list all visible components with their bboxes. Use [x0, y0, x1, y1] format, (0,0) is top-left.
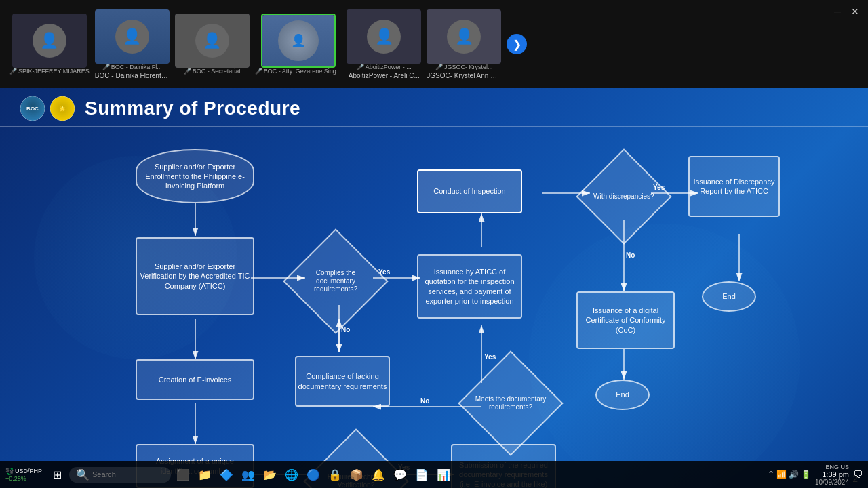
taskbar-app5[interactable]: 📊: [434, 465, 453, 484]
node-issuance-aticc: Issuance by ATICC of quotation for the i…: [417, 254, 522, 319]
node-supplier-enrollment-text: Supplier and/or Exporter Enrollment to t…: [137, 162, 253, 191]
clock: ENG US 1:39 pm 10/09/2024: [815, 464, 849, 486]
slide-area: BOC 🌟 Summary of Procedure .arrow { stro…: [0, 88, 868, 488]
close-button[interactable]: ✕: [849, 5, 861, 18]
node-issuance-digital: Issuance of a digital Certificate of Con…: [576, 291, 675, 349]
tray-battery[interactable]: 🔋: [801, 470, 811, 479]
avatar-3: 👤: [195, 24, 229, 58]
participant-video-3: 👤: [175, 14, 250, 68]
logo-ph: 🌟: [50, 96, 75, 121]
top-bar: 👤 🎤 SPIK-JEFFREY MIJARES 👤 🎤 BOC - Daini…: [0, 0, 868, 88]
taskbar-app2[interactable]: 📂: [260, 465, 279, 484]
participant-4[interactable]: 👤 🎤 BOC - Atty. Gezarene Sing...: [255, 14, 341, 75]
node-complies-text: Complies the documentary requirements?: [300, 269, 372, 293]
taskbar-security[interactable]: 🔒: [326, 465, 344, 484]
participant-1[interactable]: 👤 🎤 SPIK-JEFFREY MIJARES: [9, 14, 90, 75]
taskbar: 💱 USD/PHP +0.28% ⊞ 🔍 ⬛ 📁 🔷 👥 📂 🌐 🔵 🔒 📦 🔔…: [0, 461, 868, 488]
participant-6[interactable]: 👤 🎤 JGSOC- Krystel... JGSOC- Krystel Ann…: [427, 9, 501, 79]
taskbar-teams[interactable]: 👥: [239, 465, 258, 484]
taskbar-app4[interactable]: 💬: [391, 465, 410, 484]
node-discrepancy-text: Issuance of Discrepancy Report by the AT…: [690, 177, 778, 197]
taskbar-browser[interactable]: 🌐: [282, 465, 301, 484]
node-meets-text: Meets the documentary requirements?: [475, 395, 547, 411]
tray-network[interactable]: 📶: [776, 470, 787, 479]
mic-icon-5: 🎤: [357, 64, 364, 70]
participant-video-2: 👤: [95, 9, 170, 64]
minimize-button[interactable]: ─: [831, 5, 844, 18]
participant-name-label-2: BOC - Dainika Fl...: [111, 64, 162, 70]
taskbar-folder[interactable]: 📁: [195, 465, 214, 484]
participant-3[interactable]: 👤 🎤 BOC - Secretariat: [175, 14, 250, 75]
system-tray: ⌃ 📶 🔊 🔋: [768, 470, 811, 479]
node-conduct-text: Conduct of Inspection: [433, 186, 505, 196]
currency-pair: USD/PHP: [15, 468, 42, 474]
mic-icon-1: 🎤: [9, 68, 17, 75]
taskbar-dropbox[interactable]: 📦: [347, 465, 366, 484]
taskbar-app-view[interactable]: ⬛: [174, 465, 193, 484]
search-bar[interactable]: 🔍: [69, 467, 171, 483]
mic-icon-6: 🎤: [435, 64, 443, 70]
taskbar-acrobat[interactable]: 📄: [412, 465, 431, 484]
node-creation-text: Creation of E-invoices: [159, 375, 232, 384]
search-input[interactable]: [92, 470, 146, 479]
start-button[interactable]: ⊞: [47, 465, 66, 484]
taskbar-lang: ENG US: [825, 464, 849, 470]
taskbar-app3[interactable]: 🔔: [369, 465, 388, 484]
participant-name-label-3: BOC - Secretariat: [193, 68, 241, 75]
taskbar-time: 1:39 pm: [822, 470, 849, 479]
node-with-discrepancies: With discrepancies?: [576, 148, 671, 244]
taskbar-date: 10/09/2024: [815, 479, 849, 486]
participant-name-label-6: JGSOC- Krystel...: [444, 64, 493, 70]
node-compliance-lacking: Compliance of lacking documentary requir…: [295, 356, 390, 407]
node-end1: End: [702, 281, 756, 312]
node-discrepancies-text: With discrepancies?: [593, 192, 654, 201]
participant-role-6: 🎤 JGSOC- Krystel...: [435, 64, 493, 70]
node-digital-text: Issuance of a digital Certificate of Con…: [578, 306, 673, 335]
mic-icon-4: 🎤: [255, 68, 262, 75]
taskbar-app1[interactable]: 🔷: [217, 465, 236, 484]
participant-name-label-4: BOC - Atty. Gezarene Sing...: [264, 68, 341, 75]
nav-next-button[interactable]: ❯: [507, 34, 527, 54]
node-end2-text: End: [616, 390, 629, 399]
search-icon: 🔍: [76, 468, 90, 481]
participant-video-6: 👤: [427, 9, 501, 64]
taskbar-edge[interactable]: 🔵: [304, 465, 323, 484]
node-supplier-verification-text: Supplier and/or Exporter Verification by…: [137, 262, 253, 291]
node-meets-documentary: Meets the documentary requirements?: [458, 350, 564, 456]
participant-role-1: 🎤 SPIK-JEFFREY MIJARES: [9, 68, 90, 75]
avatar-2: 👤: [115, 20, 149, 54]
participant-role-2: 🎤 BOC - Dainika Fl...: [102, 64, 162, 70]
node-creation-einvoices: Creation of E-invoices: [136, 359, 254, 400]
taskbar-currency: 💱 USD/PHP +0.28%: [5, 468, 42, 482]
participant-5[interactable]: 👤 🎤 AboitizPower - ... AboitizPower - Ar…: [347, 9, 421, 79]
node-supplier-enrollment: Supplier and/or Exporter Enrollment to t…: [136, 149, 254, 203]
avatar-5: 👤: [367, 20, 401, 54]
svg-text:No: No: [420, 397, 429, 405]
taskbar-right: ⌃ 📶 🔊 🔋 ENG US 1:39 pm 10/09/2024 🗨: [768, 464, 863, 486]
participant-video-1: 👤: [12, 14, 87, 68]
slide-logos: BOC 🌟: [20, 96, 75, 121]
node-issuance-aticc-text: Issuance by ATICC of quotation for the i…: [418, 267, 521, 306]
node-supplier-verification: Supplier and/or Exporter Verification by…: [136, 237, 254, 315]
avatar-1: 👤: [33, 24, 66, 58]
tray-arrow[interactable]: ⌃: [768, 470, 774, 479]
participant-role-4: 🎤 BOC - Atty. Gezarene Sing...: [255, 68, 341, 75]
currency-icon: 💱: [5, 468, 14, 475]
participant-name-label-5: AboitizPower - ...: [366, 64, 412, 70]
svg-text:Yes: Yes: [484, 353, 496, 361]
currency-change: +0.28%: [5, 475, 26, 482]
participant-video-4: 👤: [261, 14, 336, 68]
slide-title: Summary of Procedure: [85, 98, 300, 119]
logo-boc: BOC: [20, 96, 45, 121]
node-conduct-inspection: Conduct of Inspection: [417, 169, 522, 214]
participant-role-3: 🎤 BOC - Secretariat: [184, 68, 241, 75]
tray-volume[interactable]: 🔊: [789, 470, 799, 479]
participant-2[interactable]: 👤 🎤 BOC - Dainika Fl... BOC - Dainika Fl…: [95, 9, 170, 79]
node-end1-text: End: [722, 291, 736, 301]
notification-icon[interactable]: 🗨: [853, 469, 863, 480]
participant-fullname-2: BOC - Dainika Florentino: [95, 72, 170, 79]
slide-header: BOC 🌟 Summary of Procedure: [0, 88, 868, 127]
node-issuance-discrepancy: Issuance of Discrepancy Report by the AT…: [688, 156, 780, 217]
participant-fullname-5: AboitizPower - Areli C...: [349, 72, 420, 79]
participant-role-5: 🎤 AboitizPower - ...: [357, 64, 412, 70]
